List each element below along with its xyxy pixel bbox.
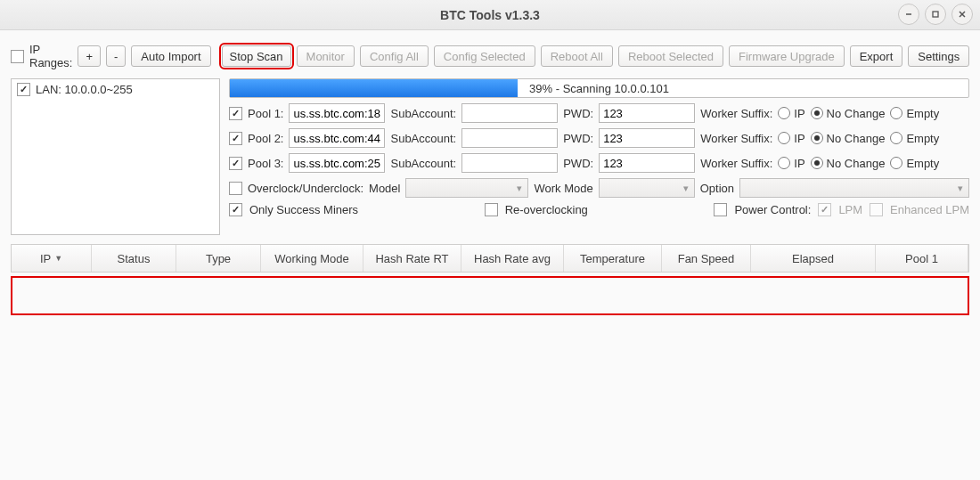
pool-1-subaccount-label: SubAccount:: [390, 107, 456, 120]
ip-range-item-checkbox[interactable]: [17, 83, 30, 96]
elpm-label: Enhanced LPM: [890, 203, 969, 216]
reboot-selected-button[interactable]: Reboot Selected: [618, 45, 723, 67]
close-button[interactable]: [951, 4, 973, 25]
overclock-label: Overclock/Underclock:: [248, 182, 363, 195]
pool-2-ws-label: Worker Suffix:: [700, 132, 772, 145]
workmode-label: Work Mode: [534, 182, 592, 195]
window-title: BTC Tools v1.3.3: [440, 8, 540, 22]
reover-label: Re-overclocking: [505, 203, 588, 216]
col-fan[interactable]: Fan Speed: [662, 245, 751, 272]
col-pool1[interactable]: Pool 1: [876, 245, 968, 272]
results-table: IP▼ Status Type Working Mode Hash Rate R…: [11, 244, 969, 273]
pool-3-pwd-input[interactable]: [599, 153, 695, 173]
reover-checkbox[interactable]: [485, 203, 498, 216]
pool-2-pwd-label: PWD:: [563, 132, 593, 145]
col-status[interactable]: Status: [92, 245, 176, 272]
pool-3-checkbox[interactable]: [229, 157, 242, 170]
pool-3-ws-label: Worker Suffix:: [700, 157, 772, 170]
col-type[interactable]: Type: [176, 245, 261, 272]
pool-3-url-input[interactable]: [289, 153, 385, 173]
pool-1-label: Pool 1:: [248, 107, 283, 120]
overclock-checkbox[interactable]: [229, 182, 242, 195]
toolbar: IP Ranges: + - Auto Import Stop Scan Mon…: [0, 30, 980, 75]
model-label: Model: [369, 182, 400, 195]
export-button[interactable]: Export: [850, 45, 903, 67]
pool-1-pwd-label: PWD:: [563, 107, 593, 120]
pool-2-label: Pool 2:: [248, 132, 283, 145]
col-temp[interactable]: Temperature: [564, 245, 662, 272]
table-header: IP▼ Status Type Working Mode Hash Rate R…: [12, 245, 968, 272]
lpm-checkbox: [818, 203, 831, 216]
lpm-label: LPM: [838, 203, 862, 216]
pool-3-row: Pool 3: SubAccount: PWD: Worker Suffix: …: [229, 153, 969, 173]
pool-3-ws-ip[interactable]: IP: [778, 157, 804, 170]
pool-3-subaccount-input[interactable]: [461, 153, 558, 173]
pool-1-ws-empty[interactable]: Empty: [890, 107, 939, 120]
settings-button[interactable]: Settings: [908, 45, 969, 67]
col-ip[interactable]: IP▼: [12, 245, 92, 272]
pool-2-row: Pool 2: SubAccount: PWD: Worker Suffix: …: [229, 128, 969, 148]
pool-2-subaccount-label: SubAccount:: [390, 132, 456, 145]
workmode-combo[interactable]: ▾: [599, 178, 695, 198]
remove-range-button[interactable]: -: [106, 45, 126, 67]
pool-2-pwd-input[interactable]: [599, 128, 695, 148]
option-label: Option: [700, 182, 734, 195]
elpm-checkbox: [870, 203, 883, 216]
col-hash-avg[interactable]: Hash Rate avg: [461, 245, 564, 272]
config-panel: 39% - Scanning 10.0.0.101 Pool 1: SubAcc…: [229, 78, 969, 235]
window-controls: [898, 4, 973, 25]
ip-ranges-checkbox[interactable]: [11, 50, 24, 63]
options-row: Only Success Miners Re-overclocking Powe…: [229, 203, 969, 216]
stop-scan-button[interactable]: Stop Scan: [222, 45, 291, 67]
power-control-label: Power Control:: [734, 203, 811, 216]
ip-ranges-panel[interactable]: LAN: 10.0.0.0~255: [11, 78, 220, 235]
pool-3-label: Pool 3:: [248, 157, 283, 170]
firmware-upgrade-button[interactable]: Firmware Upgrade: [729, 45, 845, 67]
pool-2-ws-nochange[interactable]: No Change: [811, 132, 886, 145]
col-working-mode[interactable]: Working Mode: [261, 245, 363, 272]
pool-1-ws-nochange[interactable]: No Change: [811, 107, 886, 120]
ip-range-item[interactable]: LAN: 10.0.0.0~255: [17, 83, 214, 96]
svg-rect-1: [933, 12, 938, 17]
only-success-label: Only Success Miners: [249, 203, 358, 216]
pool-1-pwd-input[interactable]: [599, 103, 695, 123]
pool-3-ws-empty[interactable]: Empty: [890, 157, 939, 170]
pool-1-url-input[interactable]: [289, 103, 385, 123]
power-control-checkbox[interactable]: [714, 203, 727, 216]
col-hash-rt[interactable]: Hash Rate RT: [363, 245, 461, 272]
monitor-button[interactable]: Monitor: [297, 45, 355, 67]
config-all-button[interactable]: Config All: [360, 45, 429, 67]
pool-2-url-input[interactable]: [289, 128, 385, 148]
sort-indicator-icon: ▼: [54, 254, 62, 263]
titlebar: BTC Tools v1.3.3: [0, 0, 980, 30]
results-empty-highlight: [11, 276, 969, 315]
scan-progress-text: 39% - Scanning 10.0.0.101: [230, 79, 968, 97]
pool-1-ws-label: Worker Suffix:: [700, 107, 772, 120]
pool-1-ws-ip[interactable]: IP: [778, 107, 804, 120]
col-elapsed[interactable]: Elapsed: [751, 245, 876, 272]
pool-2-ws-empty[interactable]: Empty: [890, 132, 939, 145]
pool-2-ws-ip[interactable]: IP: [778, 132, 804, 145]
pool-1-row: Pool 1: SubAccount: PWD: Worker Suffix: …: [229, 103, 969, 123]
add-range-button[interactable]: +: [78, 45, 101, 67]
ip-ranges-label: IP Ranges:: [29, 43, 72, 69]
model-combo[interactable]: ▾: [405, 178, 528, 198]
pool-2-checkbox[interactable]: [229, 132, 242, 145]
reboot-all-button[interactable]: Reboot All: [541, 45, 613, 67]
pool-3-subaccount-label: SubAccount:: [390, 157, 456, 170]
scan-progress: 39% - Scanning 10.0.0.101: [229, 78, 969, 98]
overclock-row: Overclock/Underclock: Model ▾ Work Mode …: [229, 178, 969, 198]
option-combo[interactable]: ▾: [739, 178, 969, 198]
ip-range-item-label: LAN: 10.0.0.0~255: [36, 83, 133, 96]
pool-2-subaccount-input[interactable]: [461, 128, 558, 148]
pool-3-pwd-label: PWD:: [563, 157, 593, 170]
pool-3-ws-nochange[interactable]: No Change: [811, 157, 886, 170]
minimize-button[interactable]: [898, 4, 919, 25]
maximize-button[interactable]: [925, 4, 946, 25]
only-success-checkbox[interactable]: [229, 203, 242, 216]
pool-1-subaccount-input[interactable]: [461, 103, 558, 123]
auto-import-button[interactable]: Auto Import: [131, 45, 210, 67]
config-selected-button[interactable]: Config Selected: [434, 45, 535, 67]
pool-1-checkbox[interactable]: [229, 107, 242, 120]
